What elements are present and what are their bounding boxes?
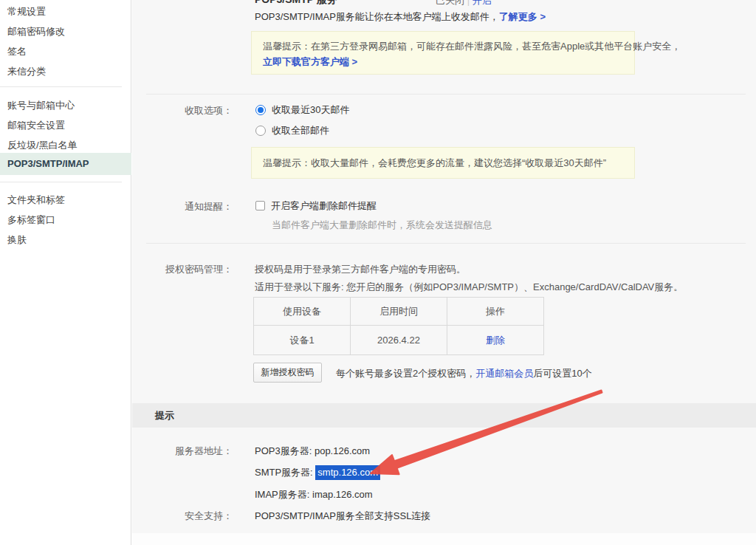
table-row: 设备1 2026.4.22 删除 bbox=[254, 326, 544, 355]
auth-code-label: 授权密码管理： bbox=[146, 263, 233, 276]
pop3-server-name: POP3服务器: bbox=[255, 445, 312, 456]
service-title: POP3/SMTP 服务 bbox=[255, 0, 337, 7]
smtp-server-name: SMTP服务器: bbox=[255, 467, 313, 478]
sidebar-item-pop3-smtp-imap[interactable]: POP3/SMTP/IMAP bbox=[0, 153, 131, 175]
imap-server-name: IMAP服务器: bbox=[255, 489, 309, 500]
sidebar-divider bbox=[0, 86, 122, 87]
sidebar-item-password[interactable]: 邮箱密码修改 bbox=[0, 24, 131, 40]
pop3-smtp-imap-panel: POP3/SMTP 服务 已关闭 | 开启 POP3/SMTP/IMAP服务能让… bbox=[132, 0, 756, 533]
settings-page: 常规设置 邮箱密码修改 签名 来信分类 账号与邮箱中心 邮箱安全设置 反垃圾/黑… bbox=[0, 0, 756, 545]
auth-limit-text-after: 后可设置10个 bbox=[533, 368, 591, 379]
fetch-options-label: 收取选项： bbox=[146, 104, 233, 117]
fetch-option-all[interactable]: 收取全部邮件 bbox=[255, 124, 329, 137]
auth-table-header-action: 操作 bbox=[447, 298, 544, 326]
sidebar-item-account-center[interactable]: 账号与邮箱中心 bbox=[0, 97, 131, 114]
delete-reminder-label: 开启客户端删除邮件提醒 bbox=[271, 200, 377, 211]
delete-reminder-hint: 当邮件客户端大量删除邮件时，系统会发送提醒信息 bbox=[272, 219, 492, 232]
open-vip-link[interactable]: 开通邮箱会员 bbox=[475, 368, 533, 379]
notify-label: 通知提醒： bbox=[146, 200, 233, 213]
service-status: 已关闭 bbox=[436, 0, 464, 6]
fetch-option-all-label: 收取全部邮件 bbox=[272, 125, 329, 136]
service-description: POP3/SMTP/IMAP服务能让你在本地客户端上收发邮件， bbox=[255, 11, 499, 22]
auth-code-desc1: 授权码是用于登录第三方邮件客户端的专用密码。 bbox=[255, 263, 466, 276]
settings-sidebar: 常规设置 邮箱密码修改 签名 来信分类 账号与邮箱中心 邮箱安全设置 反垃圾/黑… bbox=[0, 0, 131, 545]
sidebar-divider bbox=[0, 182, 122, 182]
download-client-link[interactable]: 立即下载官方客户端 > bbox=[263, 54, 623, 69]
fetch-option-recent30[interactable]: 收取最近30天邮件 bbox=[255, 103, 349, 117]
pop3-server-value: pop.126.com bbox=[315, 445, 370, 456]
imap-server-line: IMAP服务器: imap.126.com bbox=[255, 488, 373, 501]
tips-section-header: 提示 bbox=[132, 403, 756, 428]
fetch-note-box: 温馨提示：收取大量邮件，会耗费您更多的流量，建议您选择“收取最近30天邮件” bbox=[251, 147, 635, 179]
auth-code-table: 使用设备 启用时间 操作 设备1 2026.4.22 删除 bbox=[253, 297, 544, 355]
sidebar-item-signature[interactable]: 签名 bbox=[0, 44, 131, 60]
security-warning-box: 温馨提示：在第三方登录网易邮箱，可能存在邮件泄露风险，甚至危害Apple或其他平… bbox=[251, 31, 635, 75]
section-divider bbox=[146, 94, 746, 95]
sidebar-item-skin[interactable]: 换肤 bbox=[0, 232, 131, 248]
auth-date-cell: 2026.4.22 bbox=[351, 326, 447, 355]
sidebar-item-mail-sorting[interactable]: 来信分类 bbox=[0, 64, 131, 80]
security-support-text: POP3/SMTP/IMAP服务全部支持SSL连接 bbox=[255, 510, 430, 523]
auth-device-cell: 设备1 bbox=[254, 326, 351, 355]
enable-service-link[interactable]: 开启 bbox=[472, 0, 492, 6]
security-support-label: 安全支持： bbox=[146, 510, 233, 523]
imap-server-value: imap.126.com bbox=[312, 489, 373, 500]
sidebar-item-general[interactable]: 常规设置 bbox=[0, 4, 131, 20]
status-separator: | bbox=[467, 0, 470, 6]
warning-text: 温馨提示：在第三方登录网易邮箱，可能存在邮件泄露风险，甚至危害Apple或其他平… bbox=[263, 38, 623, 54]
delete-auth-link[interactable]: 删除 bbox=[486, 335, 505, 346]
auth-table-header-date: 启用时间 bbox=[351, 298, 447, 326]
pop3-server-line: POP3服务器: pop.126.com bbox=[255, 445, 370, 458]
auth-table-header-device: 使用设备 bbox=[254, 298, 351, 326]
delete-reminder-checkbox[interactable] bbox=[255, 201, 265, 210]
smtp-server-value-highlighted[interactable]: smtp.126.com bbox=[315, 465, 380, 480]
radio-all-icon[interactable] bbox=[255, 126, 266, 136]
sidebar-item-folders-tags[interactable]: 文件夹和标签 bbox=[0, 192, 131, 208]
add-auth-code-button[interactable]: 新增授权密码 bbox=[253, 363, 322, 383]
server-address-label: 服务器地址： bbox=[146, 445, 233, 458]
sidebar-item-antispam[interactable]: 反垃圾/黑白名单 bbox=[0, 137, 131, 154]
fetch-option-recent30-label: 收取最近30天邮件 bbox=[272, 104, 349, 115]
smtp-server-line: SMTP服务器: smtp.126.com bbox=[255, 466, 380, 479]
learn-more-link[interactable]: 了解更多 > bbox=[499, 11, 546, 22]
auth-table-header-row: 使用设备 启用时间 操作 bbox=[254, 298, 544, 326]
sidebar-item-mail-security[interactable]: 邮箱安全设置 bbox=[0, 117, 131, 134]
sidebar-item-multi-tab[interactable]: 多标签窗口 bbox=[0, 212, 131, 228]
auth-action-cell: 删除 bbox=[447, 326, 544, 355]
delete-reminder-option[interactable]: 开启客户端删除邮件提醒 bbox=[255, 199, 377, 213]
radio-recent30-icon[interactable] bbox=[255, 105, 266, 115]
section-divider bbox=[146, 243, 746, 244]
auth-code-desc2: 适用于登录以下服务: 您开启的服务（例如POP3/IMAP/SMTP）、Exch… bbox=[255, 281, 683, 294]
fetch-note-text: 温馨提示：收取大量邮件，会耗费您更多的流量，建议您选择“收取最近30天邮件” bbox=[263, 154, 623, 172]
auth-limit-text: 每个账号最多设置2个授权密码， bbox=[336, 368, 475, 379]
